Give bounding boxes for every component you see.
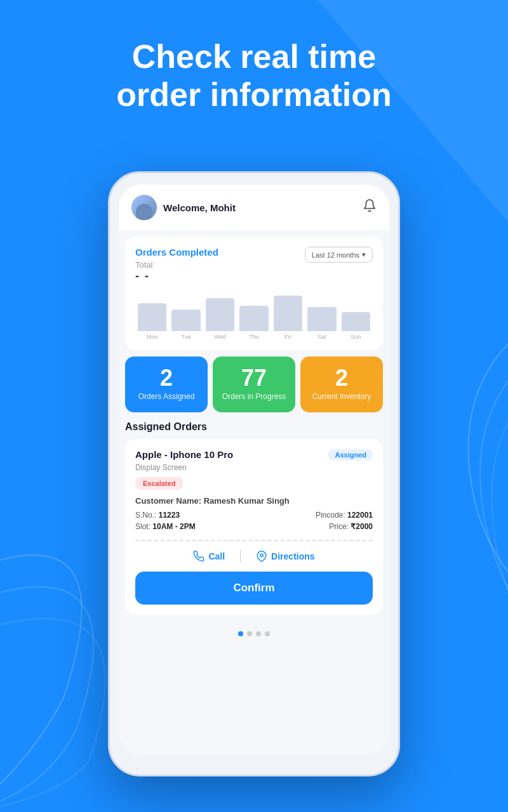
hero-title-line1: Check real time order information	[0, 38, 508, 114]
price-detail: Price: ₹2000	[254, 522, 373, 531]
bar-column: Mon	[138, 289, 166, 340]
stats-row: 2Orders Assigned77Orders in Progress2Cur…	[125, 357, 383, 412]
confirm-button[interactable]: Confirm	[135, 572, 373, 605]
bar-column: Fri	[274, 289, 302, 340]
total-value: - -	[135, 270, 218, 283]
bar-column: Sun	[342, 289, 370, 340]
orders-section-title: Assigned Orders	[125, 421, 383, 433]
avatar	[131, 195, 157, 220]
pagination-dots	[119, 621, 389, 641]
pagination-dot[interactable]	[256, 631, 261, 636]
stat-card-orange: 2Current Inventory	[300, 357, 383, 412]
bar-column: Thu	[239, 289, 268, 340]
stat-card-green: 77Orders in Progress	[213, 357, 295, 412]
status-badge: Assigned	[328, 449, 373, 461]
divider	[135, 540, 373, 541]
stat-card-blue: 2Orders Assigned	[125, 357, 208, 412]
slot-detail: Slot: 10AM - 2PM	[135, 522, 254, 531]
order-type: Display Screen	[135, 463, 373, 472]
order-details: S.No.: 11223 Pincode: 122001 Slot: 10AM …	[135, 511, 373, 531]
bar-column: Wed	[206, 289, 234, 340]
chart-section: Orders Completed Total - - Last 12 month…	[125, 237, 383, 350]
order-name: Apple - Iphone 10 Pro	[135, 449, 233, 460]
bar-chart: MonTueWedThuFriSatSun	[135, 289, 373, 340]
escalated-badge: Escalated	[135, 477, 183, 490]
notification-bell-icon[interactable]	[363, 199, 377, 216]
directions-button[interactable]: Directions	[241, 551, 330, 562]
customer-name: Customer Name: Ramesh Kumar Singh	[135, 496, 373, 506]
chart-title: Orders Completed	[135, 247, 218, 258]
call-button[interactable]: Call	[178, 551, 240, 562]
bar-column: Tue	[171, 289, 200, 340]
pagination-dot[interactable]	[265, 631, 270, 636]
pagination-dot[interactable]	[238, 631, 243, 636]
svg-point-1	[260, 554, 264, 557]
pagination-dot[interactable]	[247, 631, 252, 636]
app-header: Welcome, Mohit	[119, 185, 389, 230]
sno-detail: S.No.: 11223	[135, 511, 254, 520]
hero-section: Check real time order information	[0, 38, 508, 114]
action-row: Call Directions	[135, 550, 373, 563]
order-card: Apple - Iphone 10 Pro Assigned Display S…	[125, 439, 383, 615]
welcome-text: Welcome, Mohit	[163, 202, 236, 213]
bar-column: Sat	[307, 289, 336, 340]
location-icon	[256, 551, 267, 562]
pincode-detail: Pincode: 122001	[254, 511, 373, 520]
total-label: Total	[135, 260, 218, 270]
phone-icon	[193, 551, 204, 562]
period-selector[interactable]: Last 12 months ▾	[305, 247, 373, 263]
phone-mockup: Welcome, Mohit Orders Completed Total - …	[108, 171, 400, 776]
orders-section: Assigned Orders Apple - Iphone 10 Pro As…	[119, 412, 389, 615]
